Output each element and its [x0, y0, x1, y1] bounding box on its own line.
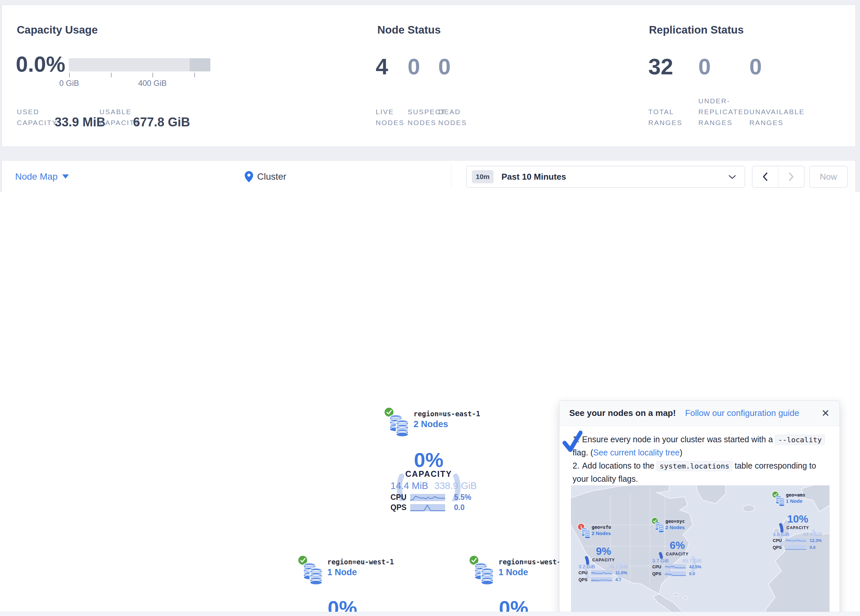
time-range-label: Past 10 Minutes: [501, 172, 566, 182]
region-node-count: 1 Node: [327, 567, 357, 577]
total-ranges-label: TOTAL RANGES: [648, 106, 681, 128]
cpu-sparkline: [665, 564, 686, 569]
node-map-canvas: region=us-east-1 2 Nodes 0% CAPACITY 14.…: [0, 192, 860, 612]
region-group-us-west-1[interactable]: region=us-west-1 1 Node 0% CAPACITY 9.6 …: [464, 552, 566, 616]
chevron-left-icon: [762, 172, 768, 181]
step-text: Add locations to the: [582, 461, 657, 470]
capacity-usage-bar: [69, 58, 210, 71]
region-group-us-east-1[interactable]: region=us-east-1 2 Nodes 0% CAPACITY 14.…: [379, 403, 481, 517]
axis-tick-label: 400 GiB: [133, 78, 172, 88]
map-region-geo-ams: geo=ams 1 Node 10% CAPACITY 3.6 GiB 34.4…: [770, 489, 824, 555]
cpu-sparkline: [410, 494, 445, 501]
capacity-usage-percent: 0.0%: [16, 52, 65, 77]
capacity-label: CAPACITY: [582, 558, 625, 563]
cpu-value: 42.5%: [689, 564, 701, 569]
time-step-back-button[interactable]: [752, 166, 778, 187]
configuration-guide-link[interactable]: Follow our configuration guide: [685, 408, 799, 418]
qps-label: QPS: [652, 571, 665, 576]
time-step-buttons: [752, 166, 804, 188]
qps-value: 0.0: [454, 503, 465, 512]
axis-tick: [69, 73, 70, 77]
dead-nodes-value: 0: [438, 53, 451, 79]
cpu-row: CPU 11.0%: [579, 570, 629, 575]
step-text: Ensure every node in your cluster was st…: [582, 435, 775, 444]
node-map-page: Capacity Usage 0.0% 0 GiB 400 GiB USED C…: [0, 0, 860, 616]
view-selector-label: Node Map: [15, 171, 58, 182]
qps-label: QPS: [579, 577, 591, 582]
locality-tree-link[interactable]: See current locality tree: [593, 448, 680, 457]
map-region-geo-nyc: geo=nyc 2 Nodes 6% CAPACITY 3.7 GiB 65.7…: [650, 516, 703, 582]
time-range-select[interactable]: 10m Past 10 Minutes: [466, 166, 745, 188]
total-ranges-value: 32: [648, 53, 673, 79]
map-region-geo-sfo: 1 geo=sfo 2 Nodes 9% CAPACITY 3.2 GiB 35…: [576, 522, 629, 587]
live-nodes-value: 4: [376, 53, 388, 79]
capacity-label: CAPACITY: [656, 552, 699, 556]
used-capacity-value: 33.9 MiB: [55, 115, 105, 129]
qps-row: QPS 4.7: [579, 577, 629, 582]
time-step-forward-button[interactable]: [778, 166, 804, 187]
capacity-used: 3.6 GiB: [773, 531, 789, 537]
cpu-label: CPU: [391, 493, 410, 502]
step-number: 2.: [573, 461, 579, 470]
region-group-eu-west-1[interactable]: region=eu-west-1 1 Node 0% CAPACITY 9.9 …: [292, 552, 394, 616]
qps-sparkline: [591, 577, 612, 582]
capacity-percent: 9%: [582, 545, 625, 557]
dead-nodes-label: DEAD NODES: [438, 106, 469, 128]
location-pin-icon: [245, 171, 253, 182]
config-step-2: 2.Add locations to the system.locations …: [573, 459, 829, 485]
cpu-row: CPU 5.5%: [391, 493, 476, 502]
unavailable-ranges-label: UNAVAILABLE RANGES: [749, 106, 814, 128]
qps-value: 4.7: [615, 577, 621, 582]
cpu-row: CPU 12.3%: [773, 538, 824, 543]
capacity-total: 338.9 GiB: [434, 480, 477, 491]
map-toolbar: Node Map Cluster 10m Past 10 Minutes: [2, 160, 856, 193]
capacity-total: 65.7 GiB: [683, 558, 701, 563]
cpu-row: CPU 42.5%: [652, 564, 703, 569]
region-name: region=eu-west-1: [327, 558, 394, 566]
qps-row: QPS 0.0: [391, 503, 476, 512]
axis-tick: [111, 73, 111, 77]
cpu-value: 12.3%: [810, 538, 822, 543]
replication-status-title: Replication Status: [649, 24, 744, 36]
under-replicated-ranges-value: 0: [698, 53, 711, 79]
qps-sparkline: [410, 504, 445, 511]
qps-label: QPS: [773, 545, 785, 550]
qps-value: 0.0: [810, 545, 816, 550]
cpu-label: CPU: [773, 538, 785, 543]
capacity-percent: 10%: [776, 513, 819, 525]
cpu-value: 5.5%: [454, 493, 471, 502]
suspect-nodes-value: 0: [408, 53, 420, 79]
system-locations-code: system.locations: [656, 461, 732, 471]
capacity-percent: 6%: [656, 539, 699, 552]
cpu-value: 11.0%: [615, 570, 627, 575]
close-icon[interactable]: ✕: [821, 408, 830, 419]
capacity-usage-title: Capacity Usage: [17, 24, 98, 36]
qps-row: QPS 0.0: [773, 545, 824, 550]
node-status-title: Node Status: [377, 24, 441, 36]
step-done-check-icon: [562, 430, 582, 453]
capacity-total: 34.4 GiB: [803, 531, 822, 537]
now-button[interactable]: Now: [809, 166, 847, 188]
region-node-count: 2 Nodes: [414, 419, 448, 429]
qps-row: QPS 0.0: [652, 571, 703, 576]
capacity-percent: 0%: [392, 448, 465, 472]
chevron-right-icon: [788, 172, 794, 181]
capacity-label: CAPACITY: [776, 525, 819, 530]
unavailable-ranges-value: 0: [749, 53, 762, 79]
cpu-label: CPU: [579, 570, 591, 575]
cpu-sparkline: [591, 570, 612, 575]
capacity-used: 14.4 MiB: [391, 480, 428, 491]
time-range-badge: 10m: [472, 170, 494, 183]
capacity-used: 3.2 GiB: [579, 564, 595, 569]
used-capacity-label: USED CAPACITY: [17, 106, 54, 128]
region-name: region=us-east-1: [414, 410, 480, 418]
qps-sparkline: [785, 545, 806, 550]
axis-tick-label: 0 GiB: [49, 78, 89, 88]
breadcrumb-label: Cluster: [257, 171, 286, 182]
step-text: ): [680, 448, 682, 457]
cpu-label: CPU: [652, 564, 665, 569]
chevron-down-icon: [728, 175, 736, 179]
view-selector-dropdown[interactable]: Node Map: [15, 161, 69, 193]
capacity-usage-bar-reserved: [190, 58, 210, 71]
node-map-config-popup: See your nodes on a map! Follow our conf…: [559, 400, 840, 616]
